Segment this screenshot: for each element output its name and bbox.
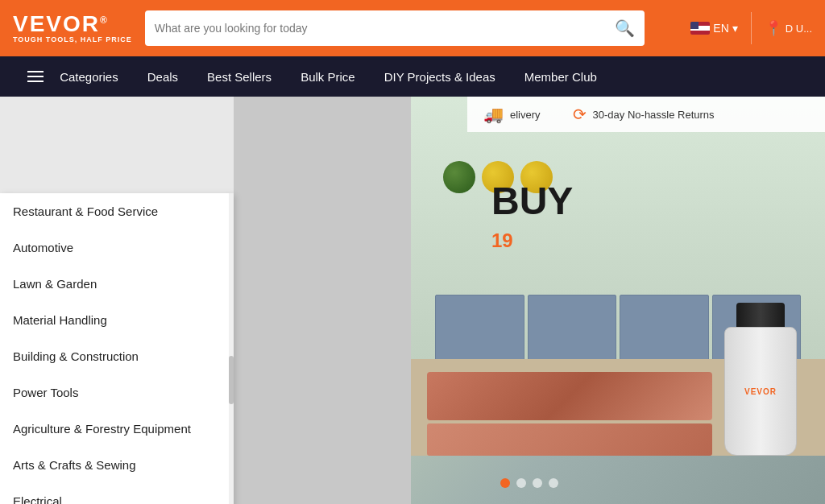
blender-area: VEVOR [712, 303, 809, 456]
header-right: EN ▾ 📍 D U... [690, 12, 812, 44]
benefit-returns-text: 30-day No-hassle Returns [593, 109, 715, 121]
flag-icon [690, 22, 710, 35]
nav-item-diy[interactable]: DIY Projects & Ideas [370, 56, 510, 97]
logo-tagline: TOUGH TOOLS, HALF PRICE [13, 35, 132, 43]
categories-nav-item[interactable]: Categories [13, 56, 133, 97]
hero-banner: VEVOR 🚚 elivery ⟳ 30-day No-hassle Retur… [234, 97, 825, 504]
scrollbar-track [229, 193, 234, 504]
chevron-down-icon: ▾ [732, 22, 738, 35]
category-item-agriculture[interactable]: Agriculture & Forestry Equipment [0, 411, 234, 447]
carousel-dot-3[interactable] [533, 478, 542, 488]
blender-body: VEVOR [724, 327, 797, 456]
location-label: D U... [786, 23, 812, 35]
nav-item-best-sellers[interactable]: Best Sellers [193, 56, 286, 97]
category-item-material[interactable]: Material Handling [0, 302, 234, 338]
language-selector[interactable]: EN ▾ [690, 22, 737, 35]
hamburger-icon [27, 71, 44, 82]
nav-item-deals[interactable]: Deals [133, 56, 193, 97]
benefit-delivery: 🚚 elivery [483, 105, 541, 124]
scrollbar-thumb[interactable] [229, 356, 234, 404]
hero-text: BUY 19 [467, 132, 597, 300]
location-icon: 📍 [765, 19, 782, 37]
blender-brand-label: VEVOR [744, 387, 777, 396]
category-item-lawn[interactable]: Lawn & Garden [0, 266, 234, 302]
lang-code: EN [713, 22, 728, 35]
benefit-delivery-text: elivery [510, 109, 541, 121]
category-item-building[interactable]: Building & Construction [0, 338, 234, 374]
benefit-returns: ⟳ 30-day No-hassle Returns [573, 105, 715, 124]
category-item-automotive[interactable]: Automotive [0, 229, 234, 266]
carousel-dot-2[interactable] [516, 478, 526, 488]
carousel-dot-4[interactable] [549, 478, 558, 488]
header-divider [751, 12, 752, 44]
meat-piece-2 [427, 423, 712, 456]
nav-item-member-club[interactable]: Member Club [510, 56, 611, 97]
returns-icon: ⟳ [573, 105, 587, 124]
category-item-arts[interactable]: Arts & Crafts & Sewing [0, 447, 234, 483]
logo-text: VEVOR® [13, 13, 109, 35]
blender-top [736, 303, 785, 327]
main-nav: Categories Deals Best Sellers Bulk Price… [0, 56, 825, 97]
benefits-bar: 🚚 elivery ⟳ 30-day No-hassle Returns [467, 97, 825, 132]
categories-label: Categories [60, 70, 118, 84]
category-item-electrical[interactable]: Electrical [0, 483, 234, 504]
delivery-icon: 🚚 [483, 105, 504, 124]
category-dropdown: Restaurant & Food Service Automotive Law… [0, 193, 234, 504]
search-button[interactable]: 🔍 [615, 19, 635, 38]
hero-title: BUY [491, 180, 573, 223]
category-item-restaurant[interactable]: Restaurant & Food Service [0, 193, 234, 229]
main-content: Restaurant & Food Service Automotive Law… [0, 97, 825, 504]
location-selector[interactable]: 📍 D U... [765, 19, 812, 37]
search-input[interactable] [155, 22, 615, 35]
site-header: VEVOR® TOUGH TOOLS, HALF PRICE 🔍 EN ▾ 📍 … [0, 0, 825, 56]
search-icon: 🔍 [615, 19, 635, 37]
meat-piece-1 [427, 372, 712, 420]
meat-area [427, 372, 712, 456]
nav-item-bulk-price[interactable]: Bulk Price [286, 56, 370, 97]
logo[interactable]: VEVOR® TOUGH TOOLS, HALF PRICE [13, 13, 132, 43]
search-bar: 🔍 [145, 10, 645, 46]
carousel-dot-1[interactable] [500, 478, 510, 488]
category-item-power[interactable]: Power Tools [0, 374, 234, 411]
carousel-dots [234, 478, 825, 488]
hero-subtitle: 19 [491, 229, 573, 252]
